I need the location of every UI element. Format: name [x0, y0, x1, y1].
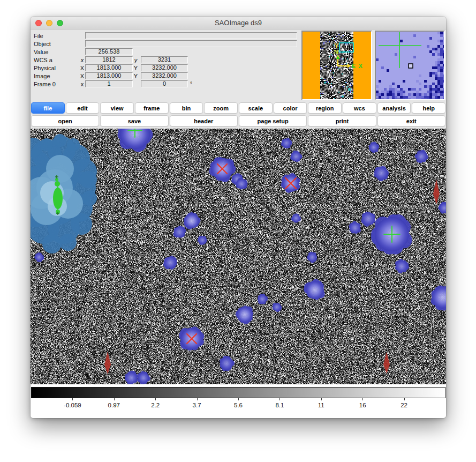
colorbar-tick: [72, 398, 73, 400]
colorbar-tick: [155, 398, 156, 400]
object-label: Object: [34, 41, 79, 47]
action-button-print[interactable]: print: [308, 115, 376, 126]
physical-x-sublabel: X: [79, 65, 85, 71]
ds9-window: SAOImage ds9 File Object Value 256.538: [31, 17, 446, 418]
menu-button-scale[interactable]: scale: [239, 102, 273, 114]
colorbar-tick: [114, 398, 115, 400]
wcs-y-sublabel: y: [133, 57, 139, 63]
file-action-row: opensaveheaderpage setupprintexit: [31, 115, 446, 126]
menu-button-view[interactable]: view: [100, 102, 134, 114]
colorbar-tick: [404, 398, 405, 400]
file-label: File: [34, 33, 79, 39]
object-row: Object: [34, 40, 297, 48]
frame-rotate-field: 0: [141, 80, 188, 87]
image-row: Image X 1813.000 Y 3232.000: [34, 72, 297, 80]
action-button-header[interactable]: header: [170, 115, 238, 126]
frame-label: Frame 0: [34, 81, 79, 87]
colorbar-tick: [197, 398, 198, 400]
colorbar-tick: [362, 398, 363, 400]
colorbar-tick-label: 22: [401, 402, 407, 408]
window-title: SAOImage ds9: [31, 19, 446, 27]
value-field: 256.538: [85, 48, 133, 55]
degree-symbol: °: [190, 81, 192, 87]
colorbar-tick: [321, 398, 322, 400]
colorbar-tick-label: 0.97: [108, 402, 120, 408]
physical-y-field: 3232.000: [141, 64, 188, 71]
menu-button-row: fileeditviewframebinzoomscalecolorregion…: [31, 102, 446, 114]
sky-image-frame[interactable]: [31, 129, 446, 384]
wcs-label: WCS a: [34, 57, 79, 63]
colorbar-section: -0.0590.972.23.75.68.1111622: [31, 384, 446, 418]
frame-x-sublabel: x: [79, 81, 85, 87]
wcs-row: WCS a x 1812 y 3231: [34, 56, 297, 64]
coordinate-readout: File Object Value 256.538 WCS a x: [34, 32, 297, 88]
value-label: Value: [34, 49, 79, 55]
physical-y-sublabel: Y: [133, 65, 139, 71]
magnifier-canvas: [376, 32, 444, 99]
menu-button-wcs[interactable]: wcs: [343, 102, 376, 114]
menu-button-region[interactable]: region: [308, 102, 342, 114]
image-y-sublabel: Y: [133, 73, 139, 79]
menu-button-bin[interactable]: bin: [170, 102, 203, 114]
sky-canvas[interactable]: [31, 129, 446, 384]
file-row: File: [34, 32, 297, 40]
menu-button-file[interactable]: file: [31, 102, 65, 114]
menu-button-color[interactable]: color: [274, 102, 307, 114]
colorbar-tick: [279, 398, 280, 400]
menu-button-help[interactable]: help: [412, 102, 445, 114]
physical-x-field: 1813.000: [85, 64, 133, 71]
image-x-sublabel: X: [79, 73, 85, 79]
titlebar[interactable]: SAOImage ds9: [31, 17, 446, 29]
menu-button-edit[interactable]: edit: [66, 102, 100, 114]
image-x-field: 1813.000: [85, 72, 133, 79]
colorbar-scale: -0.0590.972.23.75.68.1111622: [31, 398, 445, 414]
panner-canvas[interactable]: [303, 32, 371, 99]
colorbar-tick-label: 11: [318, 402, 324, 408]
colorbar-gradient[interactable]: [31, 387, 445, 398]
frame-row: Frame 0 x 1 0 °: [34, 80, 297, 88]
magnifier: [375, 31, 445, 100]
file-field: [85, 32, 297, 39]
action-button-exit[interactable]: exit: [377, 115, 445, 126]
colorbar-tick-label: 2.2: [151, 402, 160, 408]
image-label: Image: [34, 73, 79, 79]
menu-button-zoom[interactable]: zoom: [204, 102, 238, 114]
colorbar-tick-label: 5.6: [234, 402, 243, 408]
action-button-page-setup[interactable]: page setup: [239, 115, 307, 126]
panner[interactable]: [301, 31, 372, 100]
physical-row: Physical X 1813.000 Y 3232.000: [34, 64, 297, 72]
info-panel: File Object Value 256.538 WCS a x: [31, 29, 446, 101]
desktop: SAOImage ds9 File Object Value 256.538: [0, 0, 476, 462]
value-row: Value 256.538: [34, 48, 297, 56]
wcs-y-field: 3231: [141, 56, 188, 63]
image-y-field: 3232.000: [141, 72, 188, 79]
wcs-x-field: 1812: [85, 56, 133, 63]
colorbar-tick-label: 3.7: [193, 402, 201, 408]
physical-label: Physical: [34, 65, 79, 71]
menu-button-analysis[interactable]: analysis: [377, 102, 411, 114]
colorbar-tick-label: 8.1: [275, 402, 284, 408]
frame-zoom-field: 1: [85, 80, 133, 87]
colorbar-tick: [238, 398, 239, 400]
action-button-open[interactable]: open: [31, 115, 99, 126]
wcs-x-sublabel: x: [79, 57, 85, 63]
colorbar-tick-label: 16: [359, 402, 366, 408]
colorbar-tick-label: -0.059: [64, 402, 81, 408]
action-button-save[interactable]: save: [100, 115, 168, 126]
object-field: [85, 40, 297, 47]
menu-button-frame[interactable]: frame: [135, 102, 169, 114]
